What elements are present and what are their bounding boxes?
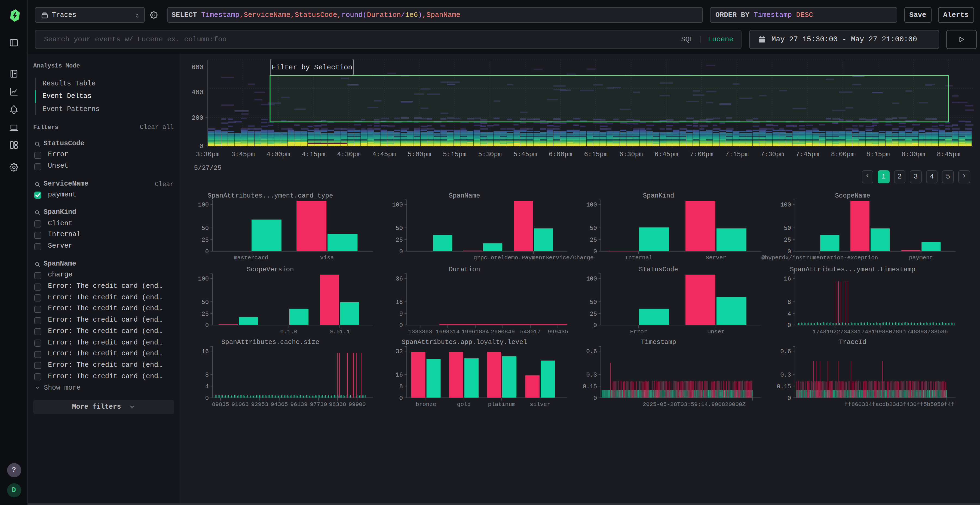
svg-text:grpc.oteldemo.PaymentService/C: grpc.oteldemo.PaymentService/Charge [473,255,593,261]
svg-text:99900: 99900 [348,401,366,408]
svg-text:100: 100 [198,276,209,283]
svg-text:7:45pm: 7:45pm [796,151,819,158]
svg-text:StatusCode: StatusCode [639,266,678,273]
svg-text:32: 32 [396,348,403,355]
svg-text:97730: 97730 [310,401,327,408]
svg-text:100: 100 [780,202,791,208]
svg-text:92953: 92953 [251,401,268,408]
svg-text:silver: silver [530,401,550,408]
svg-text:0: 0 [399,248,403,255]
svg-text:ff860334facdb23d3f430ff5b5050f: ff860334facdb23d3f430ff5b5050f4f [845,401,954,408]
svg-text:5/27/25: 5/27/25 [194,164,221,172]
svg-text:ScopeName: ScopeName [835,192,870,199]
svg-text:1748192273433: 1748192273433 [813,329,857,335]
svg-text:91063: 91063 [231,401,248,408]
svg-text:0.15: 0.15 [582,383,597,390]
svg-text:7:00pm: 7:00pm [690,151,713,158]
svg-text:3:30pm: 3:30pm [196,151,220,158]
svg-text:ScopeVersion: ScopeVersion [247,266,294,273]
svg-text:16: 16 [202,348,209,355]
svg-text:89835: 89835 [212,401,229,408]
svg-text:50: 50 [784,225,791,232]
svg-text:8: 8 [788,299,791,306]
svg-text:100: 100 [586,276,597,283]
svg-text:25: 25 [202,237,209,243]
svg-text:4: 4 [788,311,791,318]
svg-text:200: 200 [192,114,204,122]
svg-text:19961834: 19961834 [461,329,489,335]
svg-text:TraceId: TraceId [839,338,867,346]
svg-text:16: 16 [396,372,403,378]
svg-text:8:15pm: 8:15pm [866,151,889,158]
svg-text:mastercard: mastercard [234,255,268,261]
svg-text:SpanAttributes.app.loyalty.lev: SpanAttributes.app.loyalty.level [402,338,527,346]
svg-text:SpanName: SpanName [449,192,480,199]
svg-text:50: 50 [590,225,597,232]
svg-text:0.3: 0.3 [780,372,791,378]
svg-text:94365: 94365 [270,401,288,408]
svg-text:25: 25 [784,237,791,243]
svg-text:0.3: 0.3 [586,372,597,378]
svg-text:Error: Error [630,329,647,335]
svg-text:100: 100 [586,202,597,208]
svg-text:4:45pm: 4:45pm [372,151,396,158]
svg-text:25: 25 [396,237,403,243]
svg-text:0: 0 [593,248,597,255]
svg-text:2600849: 2600849 [491,329,515,335]
svg-text:16: 16 [784,276,791,283]
svg-text:SpanAttributes.cache.size: SpanAttributes.cache.size [221,338,319,346]
svg-text:0: 0 [200,143,204,150]
svg-text:Server: Server [706,255,726,261]
svg-text:0.6: 0.6 [586,348,597,355]
svg-text:SpanAttributes...yment.timesta: SpanAttributes...yment.timestamp [790,266,915,273]
svg-text:0.51.1: 0.51.1 [329,329,350,335]
svg-text:6:15pm: 6:15pm [584,151,607,158]
svg-text:0: 0 [788,248,791,255]
svg-text:Internal: Internal [625,255,652,261]
svg-text:Duration: Duration [449,266,480,273]
svg-text:@hyperdx/instrumentation-excep: @hyperdx/instrumentation-exception [761,255,878,261]
svg-text:SpanKind: SpanKind [643,192,674,199]
svg-text:1748393738536: 1748393738536 [903,329,948,335]
svg-text:4:00pm: 4:00pm [267,151,290,158]
svg-text:98338: 98338 [329,401,346,408]
svg-text:36: 36 [396,276,403,283]
svg-text:0: 0 [205,248,209,255]
svg-text:SpanAttributes...yment.card_ty: SpanAttributes...yment.card_type [208,192,333,199]
svg-text:6:00pm: 6:00pm [549,151,572,158]
svg-text:50: 50 [202,225,209,232]
svg-text:0.6: 0.6 [780,348,791,355]
svg-text:5:45pm: 5:45pm [514,151,537,158]
svg-text:0: 0 [399,322,403,329]
svg-text:0: 0 [593,322,597,329]
svg-text:6:45pm: 6:45pm [655,151,678,158]
svg-text:3:45pm: 3:45pm [231,151,255,158]
svg-text:5:30pm: 5:30pm [478,151,502,158]
svg-text:8:30pm: 8:30pm [902,151,925,158]
svg-text:platinum: platinum [488,401,515,408]
svg-text:Filter by Selection: Filter by Selection [272,64,352,71]
svg-text:5:15pm: 5:15pm [443,151,466,158]
svg-text:25: 25 [590,237,597,243]
svg-text:50: 50 [396,225,403,232]
svg-text:4: 4 [205,383,209,390]
svg-text:1698314: 1698314 [436,329,460,335]
svg-text:6:30pm: 6:30pm [619,151,643,158]
svg-text:0: 0 [788,395,791,402]
svg-text:100: 100 [392,202,403,208]
svg-text:8:00pm: 8:00pm [831,151,854,158]
svg-text:8:45pm: 8:45pm [937,151,960,158]
svg-text:8: 8 [399,383,403,390]
svg-text:25: 25 [202,311,209,318]
svg-text:1333363: 1333363 [408,329,432,335]
svg-text:bronze: bronze [416,401,436,408]
svg-text:4:15pm: 4:15pm [302,151,325,158]
svg-text:600: 600 [192,64,204,71]
svg-text:0.1.0: 0.1.0 [280,329,297,335]
svg-text:0: 0 [593,395,597,402]
svg-text:7:15pm: 7:15pm [725,151,749,158]
svg-text:9: 9 [399,311,403,318]
svg-text:543017: 543017 [520,329,541,335]
svg-text:400: 400 [192,89,204,96]
svg-text:Timestamp: Timestamp [641,338,676,346]
